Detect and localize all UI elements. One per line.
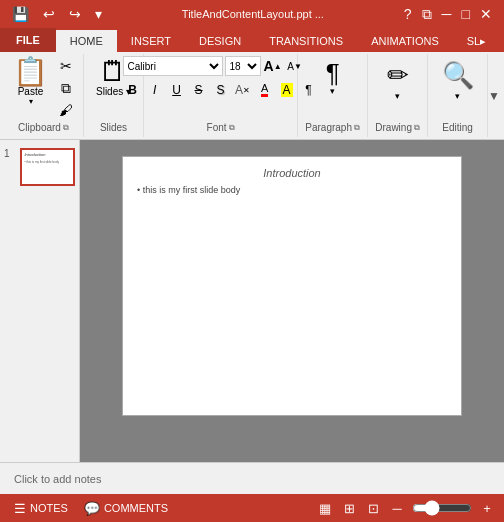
comments-status-label: COMMENTS — [104, 502, 168, 514]
slide-title-text: Introduction — [137, 167, 447, 179]
cut-button[interactable]: ✂ — [54, 56, 78, 76]
format-painter-button[interactable]: 🖌 — [54, 100, 78, 120]
slide-thumb-inner: Introduction • this is my first slide bo… — [23, 150, 73, 184]
strikethrough-button[interactable]: S — [189, 80, 209, 100]
title-bar-left-icons: 💾 ↩ ↪ ▾ — [8, 4, 106, 24]
restore-icon[interactable]: ⧉ — [418, 4, 436, 25]
window-title: TitleAndContentLayout.ppt ... — [106, 8, 400, 20]
font-group: Calibri 18 A ▲ A ▼ B I U S — [144, 54, 298, 137]
tab-design[interactable]: DESIGN — [185, 30, 255, 52]
main-area: 1 Introduction • this is my first slide … — [0, 140, 504, 462]
notes-status-button[interactable]: ☰ NOTES — [6, 494, 76, 522]
editing-dropdown[interactable]: ▾ — [455, 91, 460, 101]
ribbon-scroll-down-icon[interactable]: ▼ — [488, 89, 500, 103]
zoom-bar: ─ + — [386, 497, 498, 519]
paragraph-expander-icon[interactable]: ⧉ — [354, 123, 360, 133]
paragraph-content: ¶ ▾ — [322, 56, 344, 122]
slide-view-button[interactable]: ▦ — [314, 497, 336, 519]
paste-button[interactable]: 📋 Paste ▾ — [9, 56, 52, 108]
slide-canvas[interactable]: Introduction this is my first slide body — [122, 156, 462, 416]
slide-canvas-area: Introduction this is my first slide body — [80, 140, 504, 462]
maximize-icon[interactable]: □ — [458, 4, 474, 25]
paragraph-dropdown[interactable]: ▾ — [330, 86, 335, 96]
tab-transitions[interactable]: TRANSITIONS — [255, 30, 357, 52]
ribbon-tabs: FILE HOME INSERT DESIGN TRANSITIONS ANIM… — [0, 28, 504, 52]
shadow-button[interactable]: S — [211, 80, 231, 100]
notes-status-icon: ☰ — [14, 501, 26, 516]
format-painter-icon: 🖌 — [59, 102, 73, 118]
tab-animations[interactable]: ANIMATIONS — [357, 30, 453, 52]
copy-icon: ⧉ — [61, 80, 71, 97]
slide-thumbnail-1[interactable]: Introduction • this is my first slide bo… — [20, 148, 75, 186]
clipboard-group-label: Clipboard ⧉ — [18, 122, 69, 135]
grid-view-button[interactable]: ⊞ — [338, 497, 360, 519]
font-expander-icon[interactable]: ⧉ — [229, 123, 235, 133]
zoom-out-button[interactable]: ─ — [386, 497, 408, 519]
font-row-1: Calibri 18 A ▲ A ▼ — [123, 56, 305, 76]
editing-content: 🔍 ▾ — [438, 56, 478, 122]
underline-button[interactable]: U — [167, 80, 187, 100]
clipboard-expander-icon[interactable]: ⧉ — [63, 123, 69, 133]
font-row-2: B I U S S A ✕ A A — [123, 80, 319, 100]
copy-button[interactable]: ⧉ — [54, 78, 78, 98]
tab-more[interactable]: SL▸ — [453, 30, 500, 52]
font-grow-button[interactable]: A ▲ — [263, 56, 283, 76]
slide-body-text: this is my first slide body — [137, 185, 447, 195]
clipboard-content: 📋 Paste ▾ ✂ ⧉ 🖌 — [9, 56, 78, 122]
window-controls: ? ⧉ ─ □ ✕ — [400, 4, 496, 25]
font-name-select[interactable]: Calibri — [123, 56, 223, 76]
comments-status-button[interactable]: 💬 COMMENTS — [76, 494, 176, 522]
title-bar: 💾 ↩ ↪ ▾ TitleAndContentLayout.ppt ... ? … — [0, 0, 504, 28]
slide-body-bullet: this is my first slide body — [137, 185, 447, 195]
drawing-group: ✏ ▾ Drawing ⧉ — [368, 54, 428, 137]
notes-area[interactable]: Click to add notes — [0, 462, 504, 494]
help-icon[interactable]: ? — [400, 4, 416, 25]
editing-group-label: Editing — [442, 122, 473, 135]
bold-button[interactable]: B — [123, 80, 143, 100]
font-grow-icon: A — [264, 58, 274, 74]
paragraph-icon: ¶ — [326, 60, 340, 86]
tab-file[interactable]: FILE — [0, 28, 56, 52]
drawing-button[interactable]: ✏ ▾ — [383, 56, 413, 105]
drawing-group-label: Drawing ⧉ — [375, 122, 420, 135]
slide-thumb-title: Introduction — [25, 152, 46, 157]
clipboard-group: 📋 Paste ▾ ✂ ⧉ 🖌 Clipboard ⧉ — [4, 54, 84, 137]
highlight-icon: A — [281, 83, 293, 97]
paste-dropdown-icon[interactable]: ▾ — [29, 97, 33, 106]
font-group-label: Font ⧉ — [207, 122, 235, 135]
paragraph-group: ¶ ▾ Paragraph ⧉ — [298, 54, 368, 137]
reading-view-button[interactable]: ⊡ — [362, 497, 384, 519]
font-content: Calibri 18 A ▲ A ▼ B I U S — [123, 56, 319, 122]
save-icon[interactable]: 💾 — [8, 4, 33, 24]
paste-icon: 📋 — [13, 58, 48, 86]
zoom-slider[interactable] — [412, 500, 472, 516]
undo-icon[interactable]: ↩ — [39, 4, 59, 24]
slide-thumbnail-row-1: 1 Introduction • this is my first slide … — [4, 148, 75, 186]
tab-insert[interactable]: INSERT — [117, 30, 185, 52]
redo-icon[interactable]: ↪ — [65, 4, 85, 24]
clear-format-button[interactable]: A ✕ — [233, 80, 253, 100]
clipboard-small-buttons: ✂ ⧉ 🖌 — [54, 56, 78, 120]
highlight-button[interactable]: A — [277, 80, 297, 100]
font-color-icon: A — [261, 83, 268, 97]
font-size-select[interactable]: 18 — [225, 56, 261, 76]
customize-icon[interactable]: ▾ — [91, 4, 106, 24]
font-shrink-icon: A — [287, 61, 294, 72]
drawing-dropdown[interactable]: ▾ — [395, 91, 400, 101]
drawing-icon: ✏ — [387, 60, 409, 91]
minimize-icon[interactable]: ─ — [438, 4, 456, 25]
paste-label: Paste — [18, 86, 44, 97]
drawing-expander-icon[interactable]: ⧉ — [414, 123, 420, 133]
font-color-button[interactable]: A — [255, 80, 275, 100]
tab-home[interactable]: HOME — [56, 30, 117, 52]
paragraph-group-label: Paragraph ⧉ — [305, 122, 360, 135]
zoom-in-button[interactable]: + — [476, 497, 498, 519]
editing-button[interactable]: 🔍 ▾ — [438, 56, 478, 105]
ribbon-toolbar: 📋 Paste ▾ ✂ ⧉ 🖌 Clipboard ⧉ — [0, 52, 504, 140]
paragraph-button[interactable]: ¶ ▾ — [322, 56, 344, 100]
status-bar: ☰ NOTES 💬 COMMENTS ▦ ⊞ ⊡ ─ + — [0, 494, 504, 522]
ribbon-scroll[interactable]: ▼ — [488, 54, 500, 137]
close-icon[interactable]: ✕ — [476, 4, 496, 25]
italic-button[interactable]: I — [145, 80, 165, 100]
slide-number-1: 1 — [4, 148, 16, 159]
